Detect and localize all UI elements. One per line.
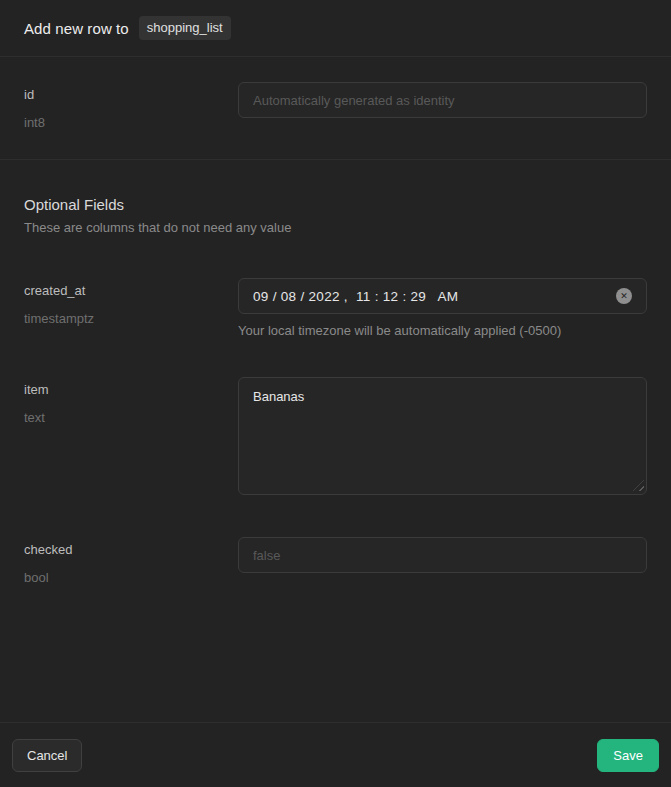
save-button[interactable]: Save (597, 739, 659, 772)
field-name-id: id (24, 86, 238, 104)
field-type-created-at: timestamptz (24, 310, 238, 328)
created-at-datetime-input[interactable]: 09 / 08 / 2022 , 11 : 12 : 29 AM ✕ (238, 278, 647, 314)
field-row-created-at: created_at timestamptz 09 / 08 / 2022 , … (24, 278, 647, 338)
optional-fields-section: Optional Fields These are columns that d… (0, 160, 671, 722)
cancel-button[interactable]: Cancel (12, 739, 82, 772)
clear-datetime-icon[interactable]: ✕ (616, 288, 632, 304)
item-textarea[interactable]: Bananas (238, 377, 647, 495)
field-row-checked: checked bool (24, 537, 647, 587)
add-row-panel: Add new row to shopping_list id int8 Opt… (0, 0, 671, 787)
checked-input[interactable] (238, 537, 647, 573)
optional-fields-subtitle: These are columns that do not need any v… (24, 220, 647, 235)
table-name-badge: shopping_list (139, 16, 231, 40)
panel-footer: Cancel Save (0, 722, 671, 787)
field-name-item: item (24, 381, 238, 399)
field-type-id: int8 (24, 114, 238, 132)
field-type-checked: bool (24, 569, 238, 587)
id-input[interactable] (238, 82, 647, 118)
field-name-created-at: created_at (24, 282, 238, 300)
required-fields-section: id int8 (0, 57, 671, 160)
created-at-value: 09 / 08 / 2022 , 11 : 12 : 29 AM (253, 289, 616, 304)
field-row-id: id int8 (24, 82, 647, 132)
timezone-helper-text: Your local timezone will be automaticall… (238, 323, 647, 338)
field-row-item: item text Bananas (24, 377, 647, 495)
panel-header: Add new row to shopping_list (0, 0, 671, 57)
optional-fields-title: Optional Fields (24, 196, 647, 213)
panel-title: Add new row to (24, 20, 129, 37)
field-name-checked: checked (24, 541, 238, 559)
field-type-item: text (24, 409, 238, 427)
